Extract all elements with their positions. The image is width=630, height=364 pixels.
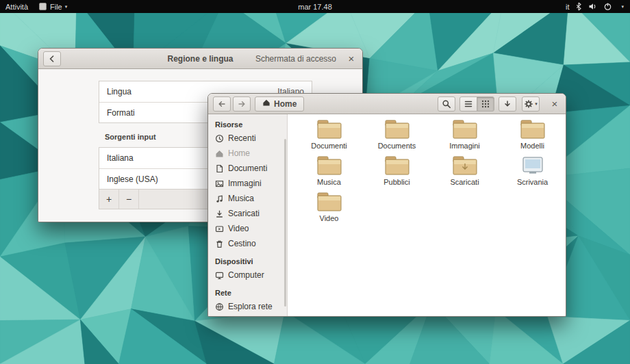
system-status-area[interactable]: it ▾ [566, 2, 630, 11]
chevron-down-icon: ▾ [65, 4, 68, 10]
sidebar-heading-dispositivi: Dispositivi [208, 251, 287, 268]
sidebar-item-recenti[interactable]: Recenti [208, 131, 287, 146]
list-view-button[interactable] [459, 96, 477, 112]
folder-label: Documenti [311, 142, 347, 150]
sidebar-item-label: Video [228, 224, 249, 233]
back-button[interactable] [43, 51, 61, 66]
folder-icon [451, 118, 479, 141]
top-bar: Attività File ▾ mar 17.48 it ▾ [0, 0, 630, 13]
app-menu[interactable]: File ▾ [34, 0, 73, 13]
sidebar-item-label: Esplora rete [228, 302, 273, 311]
computer-icon [215, 271, 224, 280]
folder-item-scrivania[interactable]: Scrivania [499, 155, 566, 190]
trash-icon [215, 239, 224, 248]
settings-close-button[interactable]: × [345, 53, 357, 64]
sidebar-item-documenti[interactable]: Documenti [208, 161, 287, 176]
home-icon [215, 149, 224, 158]
sidebar-heading-risorse: Risorse [208, 114, 287, 131]
folder-icon [316, 191, 343, 213]
list-view-icon [464, 99, 473, 109]
image-icon [215, 179, 224, 188]
grid-view-button[interactable] [477, 96, 494, 112]
sidebar-item-label: Cestino [228, 239, 256, 248]
remove-source-button[interactable]: − [119, 190, 139, 209]
video-icon [215, 224, 224, 233]
location-label: Home [274, 99, 297, 109]
folder-item-musica[interactable]: Musica [295, 155, 363, 190]
sidebar-item-immagini[interactable]: Immagini [208, 176, 287, 191]
folder-item-immagini[interactable]: Immagini [431, 118, 499, 154]
folder-label: Musica [317, 178, 341, 186]
folder-item-scaricati[interactable]: Scaricati [431, 155, 499, 190]
folder-icon [383, 118, 411, 141]
folder-item-video[interactable]: Video [295, 191, 363, 226]
view-toggle-group [459, 96, 494, 112]
sidebar-item-video[interactable]: Video [208, 221, 287, 236]
network-icon [215, 302, 224, 311]
sidebar-item-esplora-rete[interactable]: Esplora rete [208, 299, 287, 314]
caret-down-icon: ▾ [621, 4, 624, 10]
desktop: Attività File ▾ mar 17.48 it ▾ R [0, 0, 630, 364]
document-icon [215, 164, 224, 173]
music-icon [215, 194, 224, 203]
back-button[interactable] [213, 96, 231, 112]
folder-label: Scrivania [517, 178, 548, 186]
view-options-button[interactable] [499, 96, 516, 112]
sidebar-item-label: Scaricati [228, 209, 260, 218]
input-sources-heading: Sorgenti input [105, 133, 156, 141]
power-icon [603, 2, 612, 11]
files-headerbar: Home [208, 94, 566, 114]
app-menu-label: File [50, 3, 62, 11]
files-content-area[interactable]: Documenti Documents Immagini Modelli Mus… [288, 114, 566, 316]
sidebar-heading-rete: Rete [208, 283, 287, 299]
files-window: Home [207, 93, 566, 317]
folder-icon [383, 155, 411, 177]
folder-item-documents[interactable]: Documents [363, 118, 431, 154]
grid-view-icon [481, 99, 490, 109]
folder-label: Immagini [449, 142, 480, 150]
sidebar-item-home[interactable]: Home [208, 146, 287, 161]
folder-item-modelli[interactable]: Modelli [499, 118, 566, 154]
search-icon [442, 99, 451, 109]
input-source-label: Inglese (USA) [107, 174, 158, 184]
app-icon [39, 3, 47, 10]
forward-button[interactable] [233, 96, 251, 112]
language-label: Lingua [107, 87, 131, 96]
files-close-button[interactable]: × [549, 99, 561, 109]
chevron-down-icon: ▾ [535, 101, 538, 107]
recent-icon [215, 134, 224, 143]
folder-label: Documents [378, 142, 416, 150]
sidebar-item-label: Home [228, 148, 250, 158]
keyboard-indicator[interactable]: it [566, 3, 570, 11]
files-sidebar: Risorse Recenti Home Documenti Immagini … [208, 114, 288, 316]
volume-icon [588, 2, 597, 11]
folder-item-pubblici[interactable]: Pubblici [363, 155, 431, 190]
menu-button[interactable]: ▾ [522, 96, 540, 112]
login-screen-button[interactable]: Schermata di accesso [255, 54, 336, 64]
clock[interactable]: mar 17.48 [292, 0, 338, 13]
sidebar-scrollbar[interactable] [284, 139, 286, 307]
activities-button[interactable]: Attività [0, 0, 34, 13]
sidebar-item-computer[interactable]: Computer [208, 268, 287, 283]
folder-icon [316, 155, 343, 177]
sidebar-item-scaricati[interactable]: Scaricati [208, 206, 287, 221]
add-source-button[interactable]: + [99, 190, 119, 209]
folder-label: Video [320, 214, 339, 222]
folder-item-documenti[interactable]: Documenti [295, 118, 363, 154]
sidebar-item-label: Immagini [228, 179, 262, 188]
search-button[interactable] [438, 96, 455, 112]
desktop-icon [519, 155, 546, 177]
location-home-button[interactable]: Home [255, 96, 304, 112]
sidebar-item-label: Musica [228, 194, 254, 203]
sidebar-item-label: Computer [228, 270, 264, 280]
folder-label: Pubblici [383, 178, 410, 186]
formats-label: Formati [107, 108, 135, 118]
folder-label: Scaricati [450, 178, 479, 186]
input-source-label: Italiana [107, 153, 134, 163]
sidebar-item-musica[interactable]: Musica [208, 191, 287, 206]
folder-label: Modelli [520, 142, 544, 150]
sidebar-item-cestino[interactable]: Cestino [208, 236, 287, 251]
settings-headerbar: Regione e lingua Schermata di accesso × [38, 49, 362, 69]
sidebar-item-label: Documenti [228, 164, 267, 173]
folder-icon [316, 118, 343, 141]
